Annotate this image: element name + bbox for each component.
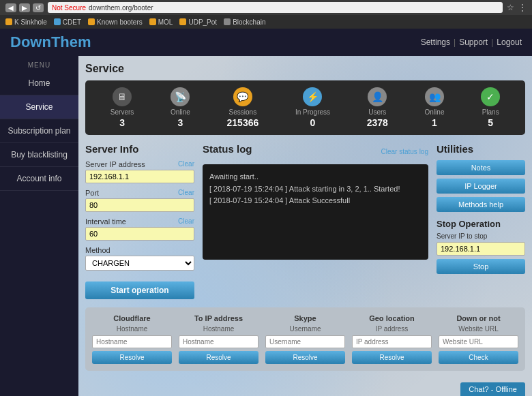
method-label: Method	[85, 246, 110, 254]
geo-input[interactable]	[352, 335, 432, 348]
tool-toip: To IP address Hostname Resolve	[179, 314, 258, 364]
port-input[interactable]	[85, 198, 194, 212]
inprogress-icon: ⚡	[303, 87, 322, 106]
top-nav: DownThem Settings | Support | Logout	[0, 29, 532, 56]
tool-cloudflare: Cloudflare Hostname Resolve	[92, 314, 172, 364]
clear-ip-link[interactable]: Clear	[178, 160, 194, 168]
reload-button[interactable]: ↺	[33, 3, 44, 12]
stats-bar: 🖥 Servers 3 📡 Online 3 💬 Sessions 215366…	[85, 80, 525, 135]
log-line-2: [ 2018-07-19 15:24:04 ] Attack starting …	[209, 183, 422, 196]
stop-operation-section: Stop Operation Server IP to stop Stop	[437, 219, 525, 274]
port-field-row: Port Clear	[85, 189, 194, 212]
ip-label: Server IP address	[85, 160, 145, 168]
bookmarks-bar: K Sinkhole CDET Known booters MOL UDP_Po…	[0, 15, 532, 29]
utilities-panel: Utilities Notes IP Logger Methods help S…	[437, 143, 525, 299]
utilities-title: Utilities	[437, 143, 525, 155]
log-line-3: [ 2018-07-19 15:24:04 ] Attack Successfu…	[209, 195, 422, 207]
content-area: MENU Home Service Subscription plan Buy …	[0, 56, 532, 396]
forward-button[interactable]: ▶	[19, 3, 30, 12]
browser-nav-controls[interactable]: ◀ ▶ ↺	[5, 3, 44, 12]
ip-field-row: Server IP address Clear	[85, 160, 194, 183]
clear-port-link[interactable]: Clear	[178, 189, 194, 197]
bookmark-udp-pot[interactable]: UDP_Pot	[179, 18, 217, 26]
chat-widget[interactable]: Chat? - Offline	[460, 382, 525, 396]
cloudflare-input[interactable]	[92, 335, 172, 348]
bookmark-cdet[interactable]: CDET	[54, 18, 81, 26]
ip-input[interactable]	[85, 170, 194, 183]
logo-part2: Them	[51, 33, 91, 50]
logout-link[interactable]: Logout	[497, 37, 522, 47]
settings-link[interactable]: Settings	[421, 37, 450, 47]
stop-button[interactable]: Stop	[437, 259, 525, 274]
method-select[interactable]: CHARGEN UDP TCP HTTP	[85, 256, 194, 271]
sidebar-item-account[interactable]: Account info	[0, 167, 78, 191]
server-info-title: Server Info	[85, 143, 194, 155]
bookmark-sinkhole[interactable]: K Sinkhole	[5, 18, 47, 26]
app-container: DownThem Settings | Support | Logout MEN…	[0, 29, 532, 396]
status-log-panel: Status log Clear status log Awaiting sta…	[203, 143, 428, 299]
support-link[interactable]: Support	[459, 37, 488, 47]
clear-interval-link[interactable]: Clear	[178, 217, 194, 226]
down-subtitle: Website URL	[439, 325, 518, 333]
interval-field-row: Interval time Clear	[85, 217, 194, 241]
plans-icon: ✓	[481, 87, 500, 106]
url-bar[interactable]: Not Secure downthem.org/booter	[48, 2, 503, 13]
toip-input[interactable]	[179, 335, 258, 348]
main-panel: Service 🖥 Servers 3 📡 Online 3 💬 Session…	[78, 56, 532, 396]
cloudflare-subtitle: Hostname	[92, 325, 172, 333]
stat-online: 📡 Online 3	[171, 87, 190, 128]
clear-status-log-link[interactable]: Clear status log	[381, 148, 428, 155]
back-button[interactable]: ◀	[5, 3, 16, 12]
sidebar-menu-label: MENU	[0, 56, 78, 72]
status-log-title: Status log	[203, 143, 252, 155]
users-icon: 👤	[368, 87, 387, 106]
start-operation-button[interactable]: Start operation	[85, 281, 194, 299]
servers-icon: 🖥	[113, 87, 132, 106]
interval-input[interactable]	[85, 227, 194, 241]
sidebar-item-home[interactable]: Home	[0, 72, 78, 95]
skype-subtitle: Username	[265, 325, 345, 333]
bookmark-mol[interactable]: MOL	[149, 18, 173, 26]
tool-geolocation: Geo location IP address Resolve	[352, 314, 432, 364]
three-col-section: Server Info Server IP address Clear Port…	[85, 143, 525, 299]
down-check-button[interactable]: Check	[439, 351, 518, 364]
star-icon[interactable]: ☆	[507, 3, 514, 12]
bottom-tools-panel: Cloudflare Hostname Resolve To IP addres…	[85, 307, 525, 371]
methods-help-button[interactable]: Methods help	[437, 197, 525, 212]
sidebar-item-subscription[interactable]: Subscription plan	[0, 119, 78, 143]
stat-users: 👤 Users 2378	[367, 87, 388, 128]
geo-title: Geo location	[352, 314, 432, 322]
toip-resolve-button[interactable]: Resolve	[179, 351, 258, 364]
down-title: Down or not	[439, 314, 518, 322]
sidebar-item-service[interactable]: Service	[0, 95, 78, 119]
skype-input[interactable]	[265, 335, 345, 348]
cloudflare-resolve-button[interactable]: Resolve	[92, 351, 172, 364]
stop-ip-input[interactable]	[437, 242, 525, 256]
bookmark-known-booters[interactable]: Known booters	[88, 18, 143, 26]
tool-skype: Skype Username Resolve	[265, 314, 345, 364]
sidebar-item-blacklisting[interactable]: Buy blacklisting	[0, 143, 78, 167]
browser-chrome: ◀ ▶ ↺ Not Secure downthem.org/booter ☆ ⋮	[0, 0, 532, 15]
interval-label: Interval time	[85, 217, 126, 226]
online-icon: 📡	[171, 87, 190, 106]
stat-plans: ✓ Plans 5	[481, 87, 500, 128]
notes-button[interactable]: Notes	[437, 160, 525, 175]
geo-resolve-button[interactable]: Resolve	[352, 351, 432, 364]
method-field-row: Method CHARGEN UDP TCP HTTP	[85, 246, 194, 271]
stat-inprogress: ⚡ In Progress 0	[295, 87, 330, 128]
sessions-icon: 💬	[233, 87, 252, 106]
menu-icon[interactable]: ⋮	[518, 3, 527, 12]
browser-icons: ☆ ⋮	[507, 3, 527, 12]
down-input[interactable]	[439, 335, 518, 348]
secure-label: Not Secure	[52, 4, 86, 12]
port-label: Port	[85, 189, 99, 197]
ip-logger-button[interactable]: IP Logger	[437, 179, 525, 194]
page-title: Service	[85, 63, 525, 75]
stop-operation-title: Stop Operation	[437, 219, 525, 229]
bookmark-blockchain[interactable]: Blockchain	[224, 18, 265, 26]
stat-servers: 🖥 Servers 3	[110, 87, 134, 128]
tool-downornot: Down or not Website URL Check	[439, 314, 518, 364]
toip-subtitle: Hostname	[179, 325, 258, 333]
skype-resolve-button[interactable]: Resolve	[265, 351, 345, 364]
logo-part1: Down	[10, 33, 51, 50]
